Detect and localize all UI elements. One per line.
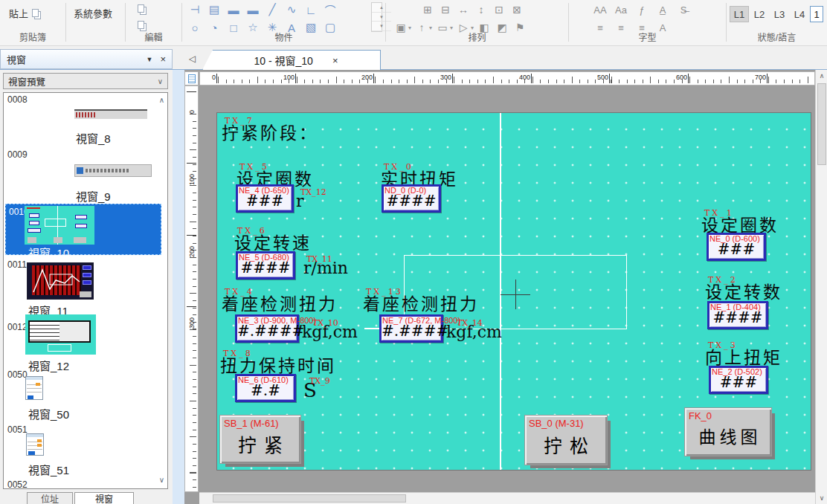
font-enlarge-icon[interactable]: AA — [590, 1, 611, 19]
tab-address[interactable]: 位址 — [27, 492, 73, 504]
window-list-item-51[interactable]: 0051 視窗_51 — [4, 424, 158, 479]
ruler-label: 400 — [508, 74, 532, 83]
tab-close-icon[interactable]: × — [332, 55, 338, 66]
freehand-line-icon[interactable]: ∿ — [282, 1, 301, 19]
numeric-entry-ne6[interactable]: NE_6 (D-610) #.# — [235, 374, 296, 402]
state-button-l4[interactable]: L4 — [790, 6, 809, 22]
numeric-entry-ne1[interactable]: NE_1 (D-404) #### — [707, 301, 768, 329]
panel-splitter[interactable] — [173, 70, 184, 504]
line-icon[interactable]: ╱ — [263, 1, 282, 19]
hmi-text-seat-torque-mid[interactable]: TX_13 着座检测扭力 — [363, 290, 479, 315]
list-scroll-up-icon[interactable]: ∧ — [159, 96, 164, 104]
language-spinner[interactable]: 1 — [810, 6, 823, 22]
numeric-entry-ne3[interactable]: NE_3 (D-900, M-800) #.#### — [235, 314, 299, 343]
tab-window[interactable]: 視窗 — [74, 492, 134, 504]
thumb-decoration — [32, 265, 81, 295]
align-canvas-icon[interactable]: ⊠ — [508, 1, 526, 19]
system-parameters-button[interactable]: 系統參數 — [69, 3, 117, 23]
state-button-l2[interactable]: L2 — [750, 6, 769, 22]
hmi-unit-kgf-mid[interactable]: TX_14 kgf,cm — [446, 323, 502, 341]
polyline-icon[interactable]: ∟ — [301, 1, 321, 19]
thumb-decoration — [37, 439, 42, 442]
list-display-icon[interactable]: ▤ — [205, 1, 224, 19]
arc-icon[interactable]: ⌒ — [321, 1, 340, 19]
hmi-text-hold-time[interactable]: TX_8 扭力保持时间 — [220, 352, 336, 377]
window-list-item-10-selected[interactable]: 0010 視窗_10 — [5, 204, 161, 255]
copy-icon[interactable] — [138, 4, 144, 13]
scrollbar-up-icon[interactable]: ∧ — [816, 70, 827, 82]
window-number: 0012 — [7, 322, 28, 332]
strikethrough-icon[interactable]: S̶ — [673, 1, 694, 19]
state-button-l3[interactable]: L3 — [770, 6, 789, 22]
underline-icon[interactable]: A̲ — [652, 1, 673, 19]
horizontal-scrollbar[interactable] — [199, 492, 815, 504]
space-horizontal-icon[interactable]: ↔ — [454, 1, 472, 19]
duplicate-icon[interactable] — [138, 21, 144, 29]
button-tighten[interactable]: SB_1 (M-61) 拧紧 — [219, 415, 301, 464]
preview-mode-dropdown[interactable]: 視窗預覽 ∨ — [3, 73, 168, 89]
scrollbar-down-icon[interactable]: ∨ — [816, 492, 827, 504]
multi-copy-icon[interactable]: ⊞ — [419, 1, 437, 19]
window-list-item-9[interactable]: 0009 視窗_9 — [4, 148, 158, 204]
window-list-item-12[interactable]: 0012 視窗_12 — [4, 314, 158, 369]
drawing-area[interactable]: TX_7 拧紧阶段： TX_5 设定圈数 NE_4 (D-650) ### TX… — [199, 85, 815, 492]
window-number: 0011 — [7, 259, 27, 270]
lamp-widget-icon[interactable]: ▬ — [243, 1, 263, 19]
scale-widget-icon[interactable]: ⊣ — [185, 1, 205, 19]
hmi-unit-rpm[interactable]: TX_11 r/min — [303, 259, 348, 277]
state-button-l1[interactable]: L1 — [730, 6, 749, 22]
paste-button[interactable]: 貼上 — [4, 3, 43, 23]
object-tag: TX_7 — [225, 116, 254, 126]
thumb-decoration — [48, 344, 71, 352]
ruler-label: 500 — [586, 74, 610, 83]
tab-scroll-left-icon[interactable]: ◁ — [189, 54, 196, 64]
thumb-decoration — [76, 112, 95, 117]
numeric-display-nd0[interactable]: ND_0 (D-0) #### — [382, 184, 441, 213]
space-vertical-icon[interactable]: ↕ — [472, 1, 490, 19]
font-shrink-icon[interactable]: Aa — [611, 1, 631, 19]
hmi-text-up-torque[interactable]: TX_3 向上扭矩 — [705, 343, 782, 369]
hmi-text-set-speed[interactable]: TX_6 设定转速 — [234, 229, 312, 254]
hmi-unit-seconds[interactable]: TX_9 S — [303, 379, 317, 401]
window-list-item-50[interactable]: 0050 視窗_50 — [4, 369, 158, 424]
list-scroll-down-icon[interactable]: ∨ — [159, 476, 164, 484]
numeric-entry-ne0[interactable]: NE_0 (D-600) ### — [707, 233, 766, 261]
scrollbar-thumb[interactable] — [213, 494, 406, 503]
button-loosen[interactable]: SB_0 (M-31) 拧松 — [524, 415, 608, 465]
button-widget-icon[interactable]: ▬ — [224, 1, 243, 19]
panel-close-icon[interactable]: × — [160, 54, 166, 65]
numeric-entry-ne2[interactable]: NE_2 (D-502) ### — [709, 366, 768, 394]
hmi-text-tighten-stage[interactable]: TX_7 拧紧阶段： — [222, 119, 318, 144]
window-thumbnail — [74, 164, 152, 177]
hmi-unit-kgf-left[interactable]: TX_10 kgf,cm — [302, 323, 358, 341]
window-list-item-8[interactable]: 0008 視窗_8 — [4, 93, 158, 148]
ruler-label: 600 — [665, 74, 689, 83]
font-style-icon[interactable]: ƒ — [631, 1, 652, 19]
window-list-item-11[interactable]: 0011 視窗_11 — [4, 259, 158, 314]
thumb-trend-line — [32, 265, 81, 295]
align-center-icon[interactable]: ⊟ — [437, 1, 454, 19]
window-list-item-52[interactable]: 0052 — [4, 479, 158, 489]
hmi-text-seat-torque-left[interactable]: TX_4 着座检测扭力 — [222, 290, 338, 315]
button-curve-graph[interactable]: FK_0 曲线图 — [684, 407, 772, 456]
object-tag: TX_0 — [384, 162, 414, 172]
numeric-entry-ne4[interactable]: NE_4 (D-650) ### — [236, 184, 294, 213]
object-gallery-scrollbar[interactable]: ▴▾▾ — [371, 2, 382, 32]
scrollbar-thumb[interactable] — [817, 83, 826, 165]
ruler-label: 200 — [350, 74, 374, 83]
hmi-screen[interactable]: TX_7 拧紧阶段： TX_5 设定圈数 NE_4 (D-650) ### TX… — [217, 113, 811, 470]
vertical-scrollbar[interactable]: ∧ ∨ — [815, 70, 827, 504]
window-thumbnail — [25, 206, 94, 245]
numeric-entry-ne7[interactable]: NE_7 (D-672, M-800) #.#### — [379, 314, 443, 343]
thumb-decoration — [45, 219, 66, 227]
numeric-entry-ne5[interactable]: NE_5 (D-680) #### — [236, 251, 295, 280]
make-same-size-icon[interactable]: ⊡ — [490, 1, 508, 19]
panel-collapse-icon[interactable]: ▼ — [146, 56, 152, 63]
object-tag: TX_6 — [237, 226, 267, 236]
hmi-editor-window: 貼上 剪貼簿 系統參數 編輯 ⊣▤▬▬╱∿∟⌒○◔□☆✳A▧▢ ▴▾▾ 物件 ⊞… — [0, 0, 827, 504]
preview-mode-label: 視窗預覽 — [8, 74, 45, 88]
document-tab[interactable]: 10 - 視窗_10 × — [202, 50, 381, 70]
hmi-unit-r[interactable]: TX_12 r — [296, 192, 304, 210]
group-label-objects: 物件 — [182, 30, 385, 43]
hmi-text-set-revs-right[interactable]: TX_2 设定转数 — [705, 278, 782, 303]
